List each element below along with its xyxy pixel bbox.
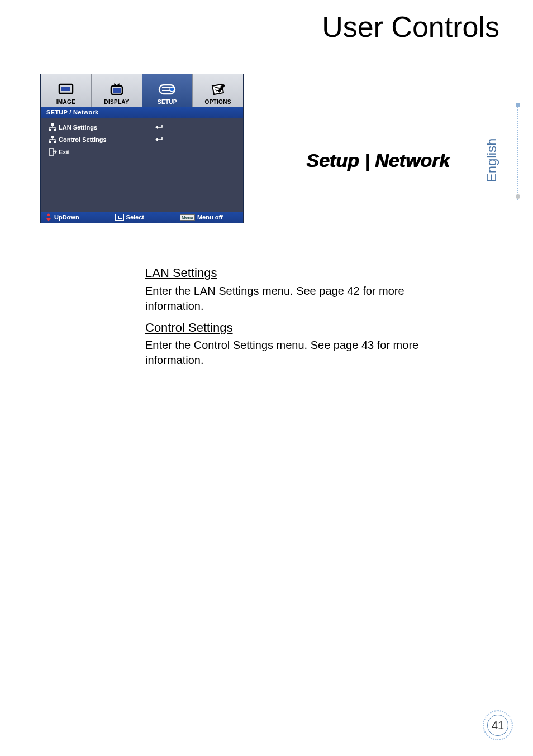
content-body: LAN Settings Enter the LAN Settings menu… — [145, 262, 458, 374]
hint-updown-label: UpDown — [54, 214, 79, 221]
hint-select: Select — [115, 214, 144, 221]
tv-icon — [108, 81, 125, 98]
updown-icon — [45, 213, 52, 221]
osd-tab-bar: IMAGE DISPLAY SETUP OPTIONS — [41, 74, 243, 107]
svg-rect-15 — [49, 141, 51, 143]
tab-display-label: DISPLAY — [104, 99, 129, 105]
tab-options[interactable]: OPTIONS — [193, 74, 243, 107]
tab-display[interactable]: DISPLAY — [92, 74, 142, 107]
svg-rect-14 — [51, 136, 54, 138]
osd-body: LAN Settings Control Settings Exit — [41, 118, 243, 212]
svg-rect-16 — [54, 141, 56, 143]
page-number-bubble: 41 — [483, 710, 513, 740]
network-icon — [46, 123, 59, 132]
lang-dotline — [517, 105, 518, 200]
lang-dot-bottom — [516, 194, 520, 199]
language-tab: English — [499, 105, 533, 200]
heading-control-settings: Control Settings — [145, 319, 458, 336]
hint-menuoff-label: Menu off — [197, 214, 223, 221]
svg-rect-3 — [113, 88, 121, 93]
tab-options-label: OPTIONS — [205, 99, 231, 105]
svg-rect-12 — [49, 129, 51, 131]
enter-key-icon — [115, 214, 124, 221]
monitor-icon — [58, 81, 74, 98]
svg-rect-1 — [61, 87, 70, 91]
notepad-icon — [210, 81, 226, 98]
exit-icon — [46, 147, 59, 156]
svg-rect-13 — [54, 129, 56, 131]
hint-updown: UpDown — [45, 213, 79, 221]
lang-dot-top — [516, 103, 520, 107]
setup-icon — [158, 81, 176, 98]
page-number: 41 — [487, 715, 508, 736]
hint-select-label: Select — [126, 214, 144, 221]
text-control-body: Enter the Control Settings menu. See pag… — [145, 338, 458, 368]
enter-arrow-icon — [148, 124, 170, 131]
osd-menu: IMAGE DISPLAY SETUP OPTIONS SETUP / Netw… — [40, 74, 244, 223]
row-exit-label: Exit — [59, 149, 148, 155]
row-exit[interactable]: Exit — [41, 146, 243, 158]
row-control-label: Control Settings — [59, 136, 148, 143]
hint-menuoff: Menu Menu off — [180, 214, 223, 221]
row-control-settings[interactable]: Control Settings — [41, 133, 243, 146]
osd-footer: UpDown Select Menu Menu off — [41, 212, 243, 223]
network-icon — [46, 135, 59, 144]
heading-lan-settings: LAN Settings — [145, 265, 458, 281]
menu-key-icon: Menu — [180, 214, 195, 221]
language-label: English — [484, 138, 500, 183]
tab-image[interactable]: IMAGE — [41, 74, 92, 107]
enter-arrow-icon — [148, 136, 170, 143]
tab-setup-label: SETUP — [158, 99, 177, 105]
section-title: Setup | Network — [306, 150, 450, 171]
svg-rect-11 — [51, 123, 54, 126]
page-title: User Controls — [322, 10, 499, 44]
osd-breadcrumb: SETUP / Network — [41, 107, 243, 118]
tab-image-label: IMAGE — [56, 99, 75, 105]
svg-point-7 — [170, 87, 174, 92]
row-lan-settings[interactable]: LAN Settings — [41, 121, 243, 133]
tab-setup[interactable]: SETUP — [142, 74, 193, 107]
text-lan-body: Enter the LAN Settings menu. See page 42… — [145, 284, 458, 314]
row-lan-label: LAN Settings — [59, 124, 148, 131]
